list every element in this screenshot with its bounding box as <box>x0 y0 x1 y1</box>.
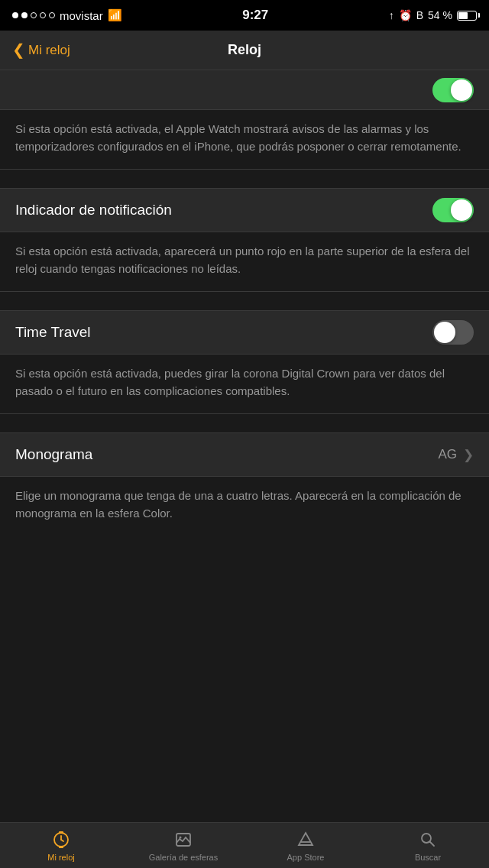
monograma-description: Elige un monograma que tenga de una a cu… <box>0 477 489 522</box>
monograma-label: Monograma <box>15 446 92 463</box>
tab-galeria-label: Galería de esferas <box>149 853 219 862</box>
battery-indicator <box>457 11 477 21</box>
time-display: 9:27 <box>242 8 268 23</box>
tab-bar: Mi reloj Galería de esferas App Store <box>0 822 489 868</box>
dot-3 <box>31 12 37 18</box>
notification-description: Si esta opción está activada, aparecerá … <box>0 232 489 292</box>
time-travel-label: Time Travel <box>15 324 91 341</box>
content-area: Si esta opción está activada, el Apple W… <box>0 70 489 822</box>
bluetooth-icon: B <box>416 9 423 21</box>
buscar-icon <box>417 829 439 850</box>
dot-1 <box>12 12 18 18</box>
svg-line-4 <box>61 840 63 841</box>
page-title: Reloj <box>228 42 261 58</box>
notification-toggle-thumb <box>451 199 472 221</box>
wifi-icon: 📶 <box>108 8 122 22</box>
spacer-1 <box>0 170 489 188</box>
alarm-description: Si esta opción está activada, el Apple W… <box>0 110 489 170</box>
notification-toggle[interactable] <box>432 198 474 222</box>
dot-5 <box>49 12 55 18</box>
monograma-chevron-icon: ❯ <box>463 447 474 463</box>
svg-rect-2 <box>59 846 63 848</box>
notification-toggle-row: Indicador de notificación <box>0 188 489 232</box>
galeria-icon <box>173 829 194 850</box>
tab-mi-reloj-label: Mi reloj <box>47 853 74 862</box>
svg-rect-1 <box>59 831 63 834</box>
alarm-toggle-thumb <box>451 79 472 101</box>
notification-label: Indicador de notificación <box>15 202 172 219</box>
back-chevron-icon: ❮ <box>12 40 25 59</box>
mi-reloj-icon <box>50 829 72 850</box>
time-travel-description: Si esta opción está activada, puedes gir… <box>0 355 489 414</box>
svg-point-6 <box>180 837 182 839</box>
alarm-section: Si esta opción está activada, el Apple W… <box>0 70 489 170</box>
status-bar: movistar 📶 9:27 ↑ ⏰ B 54 % <box>0 0 489 31</box>
time-travel-section: Time Travel Si esta opción está activada… <box>0 310 489 414</box>
nav-bar: ❮ Mi reloj Reloj <box>0 31 489 70</box>
status-right: ↑ ⏰ B 54 % <box>389 9 477 21</box>
app-store-icon <box>295 829 316 850</box>
alarm-toggle[interactable] <box>432 78 474 102</box>
monograma-right: AG ❯ <box>438 447 474 463</box>
spacer-2 <box>0 292 489 310</box>
status-left: movistar 📶 <box>12 8 122 22</box>
back-button[interactable]: ❮ Mi reloj <box>12 41 70 59</box>
monograma-value: AG <box>438 447 457 462</box>
battery-percent: 54 % <box>428 9 452 21</box>
dot-2 <box>21 12 28 18</box>
svg-line-9 <box>430 842 435 847</box>
tab-mi-reloj[interactable]: Mi reloj <box>0 829 122 862</box>
tab-galeria[interactable]: Galería de esferas <box>122 829 244 862</box>
dot-4 <box>40 12 46 18</box>
carrier-label: movistar <box>60 9 103 22</box>
time-travel-toggle-row: Time Travel <box>0 310 489 355</box>
location-icon: ↑ <box>389 9 394 21</box>
time-travel-toggle-thumb <box>434 322 455 343</box>
signal-dots <box>12 12 55 18</box>
tab-app-store[interactable]: App Store <box>244 829 367 862</box>
tab-buscar[interactable]: Buscar <box>367 829 489 862</box>
alarm-toggle-row <box>0 70 489 110</box>
time-travel-toggle[interactable] <box>432 320 474 345</box>
monograma-section: Monograma AG ❯ Elige un monograma que te… <box>0 432 489 522</box>
notification-section: Indicador de notificación Si esta opción… <box>0 188 489 292</box>
spacer-3 <box>0 414 489 432</box>
tab-buscar-label: Buscar <box>415 853 441 862</box>
back-label: Mi reloj <box>28 43 70 58</box>
alarm-icon: ⏰ <box>399 9 412 21</box>
tab-app-store-label: App Store <box>287 853 325 862</box>
monograma-row[interactable]: Monograma AG ❯ <box>0 432 489 477</box>
